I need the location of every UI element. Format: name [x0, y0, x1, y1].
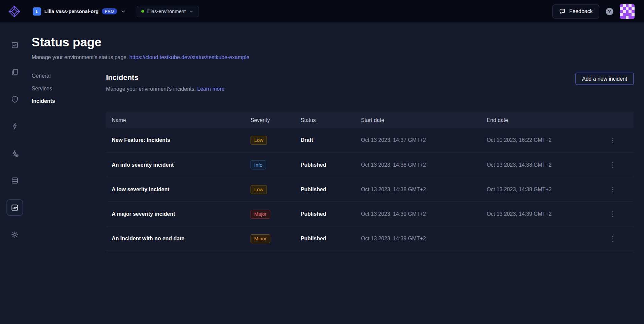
row-actions-kebab-icon[interactable]: ⋮: [607, 136, 618, 144]
incidents-table: Name Severity Status Start date End date…: [106, 112, 634, 251]
bolt-icon: [11, 122, 19, 130]
help-icon[interactable]: ?: [606, 8, 613, 15]
settings-subnav: General Services Incidents: [32, 73, 106, 251]
sidebar-item-status-page[interactable]: [7, 199, 23, 216]
shield-icon: [11, 95, 19, 103]
settings-gear-icon: [11, 231, 19, 239]
page-title: Status page: [32, 35, 634, 50]
column-header-severity: Severity: [245, 117, 295, 123]
incident-start-date: Oct 13 2023, 14:38 GMT+2: [355, 186, 481, 192]
add-incident-button[interactable]: Add a new incident: [575, 73, 634, 85]
column-header-start-date: Start date: [355, 117, 481, 123]
feedback-button[interactable]: Feedback: [552, 4, 599, 18]
column-header-end-date: End date: [481, 117, 592, 123]
incident-end-date: Oct 10 2023, 16:22 GMT+2: [481, 137, 592, 143]
incidents-title: Incidents: [106, 73, 224, 82]
user-avatar[interactable]: [620, 4, 635, 19]
incident-status: Published: [295, 211, 355, 217]
incident-name: An incident with no end date: [106, 236, 245, 242]
environment-name: lillas-environment: [147, 8, 186, 14]
sidebar-item-sources[interactable]: [7, 172, 23, 189]
severity-badge: Major: [251, 209, 271, 218]
incident-name: A major severity incident: [106, 211, 245, 217]
status-page-icon: [11, 203, 19, 211]
incident-end-date: Oct 13 2023, 14:38 GMT+2: [481, 186, 592, 192]
subnav-item-incidents[interactable]: Incidents: [32, 98, 106, 106]
incident-status: Published: [295, 186, 355, 192]
topbar-right: Feedback ?: [552, 4, 635, 19]
table-row[interactable]: A major severity incident Major Publishe…: [106, 202, 634, 227]
tests-icon: [11, 41, 19, 49]
sidebar-item-triggers[interactable]: [7, 118, 23, 135]
org-avatar: L: [33, 7, 41, 15]
incidents-subtitle: Manage your environment's incidents. Lea…: [106, 86, 224, 92]
severity-badge: Low: [251, 185, 267, 194]
topbar: L Lilla Vass-personal-org PRO lillas-env…: [0, 0, 644, 23]
sidebar-item-shield[interactable]: [7, 91, 23, 108]
status-page-url-link[interactable]: https://cloud.testkube.dev/status/testku…: [130, 54, 249, 60]
row-actions-kebab-icon[interactable]: ⋮: [607, 161, 618, 169]
feedback-label: Feedback: [569, 8, 593, 14]
environment-selector[interactable]: lillas-environment: [137, 5, 199, 17]
row-actions-kebab-icon[interactable]: ⋮: [607, 185, 618, 193]
subnav-item-services[interactable]: Services: [32, 85, 106, 93]
incident-status: Draft: [295, 137, 355, 143]
sidebar-item-settings[interactable]: [7, 227, 23, 243]
incident-start-date: Oct 13 2023, 14:39 GMT+2: [355, 211, 481, 217]
testkube-logo-icon[interactable]: [7, 4, 22, 18]
page-subtitle-text: Manage your environment's status page.: [32, 54, 128, 60]
chevron-down-icon: [120, 8, 126, 14]
severity-badge: Minor: [251, 234, 271, 243]
column-header-name: Name: [106, 117, 245, 123]
incidents-section: Incidents Manage your environment's inci…: [106, 73, 634, 251]
column-header-status: Status: [295, 117, 355, 123]
sidebar-item-tests[interactable]: [7, 37, 23, 53]
incident-name: New Feature: Incidents: [106, 137, 245, 143]
table-row[interactable]: A low severity incident Low Published Oc…: [106, 177, 634, 202]
chevron-down-icon: [189, 9, 194, 14]
incident-name: An info severity incident: [106, 162, 245, 168]
sidebar: [0, 23, 30, 324]
severity-badge: Low: [251, 135, 267, 145]
sidebar-item-test-suites[interactable]: [7, 64, 23, 80]
org-selector[interactable]: L Lilla Vass-personal-org PRO: [33, 7, 126, 15]
org-name: Lilla Vass-personal-org: [44, 8, 99, 14]
row-actions-kebab-icon[interactable]: ⋮: [607, 235, 618, 243]
test-suites-icon: [11, 68, 19, 76]
sidebar-item-webhooks[interactable]: [7, 145, 23, 162]
severity-badge: Info: [251, 160, 266, 169]
environment-status-dot: [141, 10, 144, 13]
incident-status: Published: [295, 162, 355, 168]
table-row[interactable]: An info severity incident Info Published…: [106, 153, 634, 177]
feedback-chat-icon: [559, 8, 566, 15]
page-subtitle: Manage your environment's status page. h…: [32, 54, 634, 60]
incident-end-date: Oct 13 2023, 14:39 GMT+2: [481, 211, 592, 217]
incident-start-date: Oct 13 2023, 14:38 GMT+2: [355, 162, 481, 168]
pro-badge: PRO: [102, 8, 117, 14]
table-header-row: Name Severity Status Start date End date: [106, 112, 634, 128]
incident-start-date: Oct 13 2023, 14:37 GMT+2: [355, 137, 481, 143]
sources-icon: [11, 176, 19, 185]
bolt-plus-icon: [11, 149, 19, 157]
incident-end-date: Oct 13 2023, 14:38 GMT+2: [481, 162, 592, 168]
app-root: L Lilla Vass-personal-org PRO lillas-env…: [0, 0, 644, 324]
main-content: Status page Manage your environment's st…: [30, 23, 644, 324]
learn-more-link[interactable]: Learn more: [197, 86, 224, 92]
table-row[interactable]: New Feature: Incidents Low Draft Oct 13 …: [106, 128, 634, 153]
table-row[interactable]: An incident with no end date Minor Publi…: [106, 227, 634, 251]
incident-name: A low severity incident: [106, 186, 245, 192]
incident-status: Published: [295, 236, 355, 242]
row-actions-kebab-icon[interactable]: ⋮: [607, 210, 618, 218]
incident-end-date: Oct 13 2023, 14:39 GMT+2: [355, 236, 481, 242]
subnav-item-general[interactable]: General: [32, 73, 106, 80]
